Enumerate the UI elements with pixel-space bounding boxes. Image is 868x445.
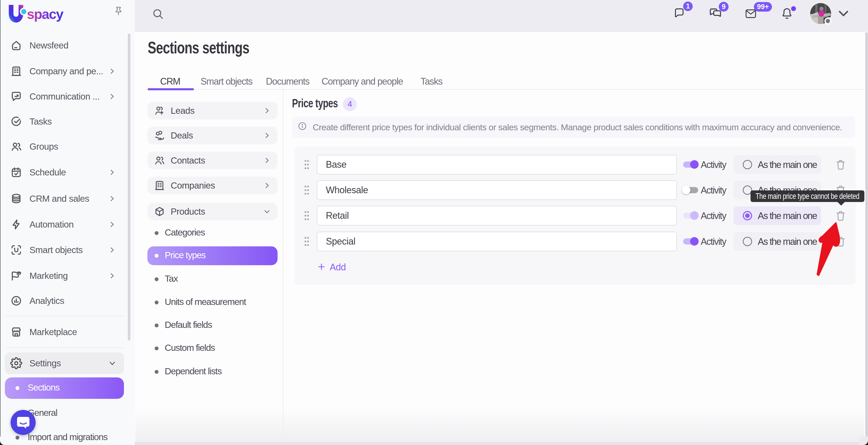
svg-text:spacy: spacy: [27, 6, 64, 22]
